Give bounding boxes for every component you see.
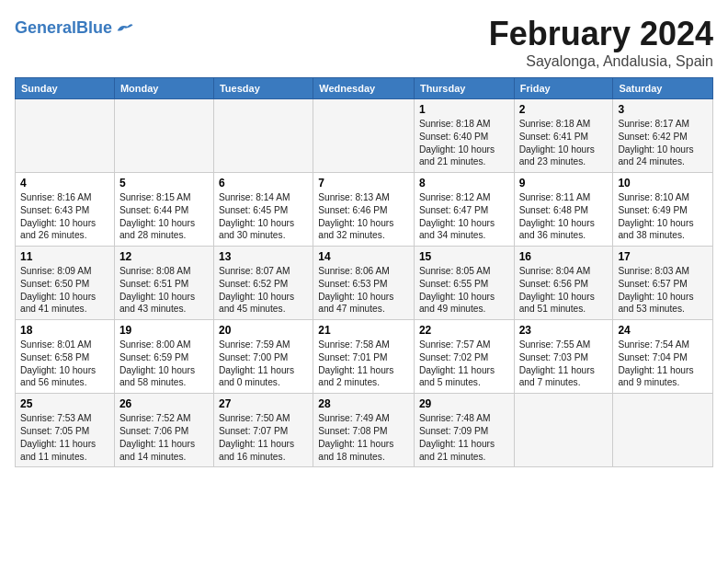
calendar-cell xyxy=(514,394,613,467)
page-header: GeneralBlue February 2024 Sayalonga, And… xyxy=(15,15,713,70)
calendar-cell xyxy=(613,394,713,467)
calendar-week-4: 18Sunrise: 8:01 AMSunset: 6:58 PMDayligh… xyxy=(16,320,713,394)
day-details: Sunrise: 8:11 AMSunset: 6:48 PMDaylight:… xyxy=(519,191,609,242)
day-details: Sunrise: 8:10 AMSunset: 6:49 PMDaylight:… xyxy=(618,191,708,242)
day-details: Sunrise: 8:03 AMSunset: 6:57 PMDaylight:… xyxy=(618,265,708,316)
calendar-cell: 21Sunrise: 7:58 AMSunset: 7:01 PMDayligh… xyxy=(313,320,415,394)
day-details: Sunrise: 8:18 AMSunset: 6:40 PMDaylight:… xyxy=(419,118,509,168)
calendar-cell: 11Sunrise: 8:09 AMSunset: 6:50 PMDayligh… xyxy=(16,247,115,320)
header-friday: Friday xyxy=(514,78,613,99)
day-details: Sunrise: 7:55 AMSunset: 7:03 PMDaylight:… xyxy=(519,339,609,389)
logo-text-general: General xyxy=(15,18,76,37)
day-number: 8 xyxy=(419,177,509,190)
calendar-cell: 19Sunrise: 8:00 AMSunset: 6:59 PMDayligh… xyxy=(114,320,213,394)
day-details: Sunrise: 8:08 AMSunset: 6:51 PMDaylight:… xyxy=(119,265,209,316)
day-number: 5 xyxy=(119,177,209,190)
day-number: 4 xyxy=(20,177,109,190)
day-details: Sunrise: 8:05 AMSunset: 6:55 PMDaylight:… xyxy=(419,265,509,316)
day-details: Sunrise: 8:14 AMSunset: 6:45 PMDaylight:… xyxy=(219,191,308,242)
calendar-cell: 24Sunrise: 7:54 AMSunset: 7:04 PMDayligh… xyxy=(613,320,713,394)
calendar-cell: 17Sunrise: 8:03 AMSunset: 6:57 PMDayligh… xyxy=(613,247,713,320)
day-details: Sunrise: 7:57 AMSunset: 7:02 PMDaylight:… xyxy=(419,339,509,389)
day-number: 1 xyxy=(419,103,509,116)
calendar-cell: 14Sunrise: 8:06 AMSunset: 6:53 PMDayligh… xyxy=(313,247,415,320)
day-details: Sunrise: 8:04 AMSunset: 6:56 PMDaylight:… xyxy=(519,265,609,316)
day-number: 3 xyxy=(618,103,708,116)
calendar-week-3: 11Sunrise: 8:09 AMSunset: 6:50 PMDayligh… xyxy=(16,247,713,320)
day-details: Sunrise: 7:59 AMSunset: 7:00 PMDaylight:… xyxy=(219,339,308,389)
calendar-cell: 2Sunrise: 8:18 AMSunset: 6:41 PMDaylight… xyxy=(514,99,613,173)
header-wednesday: Wednesday xyxy=(313,78,415,99)
calendar-cell xyxy=(16,99,115,173)
day-details: Sunrise: 8:07 AMSunset: 6:52 PMDaylight:… xyxy=(219,265,308,316)
header-thursday: Thursday xyxy=(414,78,514,99)
calendar-cell: 1Sunrise: 8:18 AMSunset: 6:40 PMDaylight… xyxy=(414,99,514,173)
day-details: Sunrise: 7:54 AMSunset: 7:04 PMDaylight:… xyxy=(618,339,708,389)
day-number: 14 xyxy=(318,250,409,263)
day-details: Sunrise: 7:49 AMSunset: 7:08 PMDaylight:… xyxy=(318,412,409,463)
day-details: Sunrise: 8:18 AMSunset: 6:41 PMDaylight:… xyxy=(519,118,609,168)
calendar-cell: 12Sunrise: 8:08 AMSunset: 6:51 PMDayligh… xyxy=(114,247,213,320)
calendar-header-row: SundayMondayTuesdayWednesdayThursdayFrid… xyxy=(16,78,713,99)
day-number: 19 xyxy=(119,324,209,337)
month-title: February 2024 xyxy=(489,15,713,53)
day-details: Sunrise: 8:15 AMSunset: 6:44 PMDaylight:… xyxy=(119,191,209,242)
calendar-cell: 20Sunrise: 7:59 AMSunset: 7:00 PMDayligh… xyxy=(213,320,313,394)
logo-text: GeneralBlue xyxy=(15,19,112,38)
day-details: Sunrise: 8:09 AMSunset: 6:50 PMDaylight:… xyxy=(20,265,109,316)
calendar-week-2: 4Sunrise: 8:16 AMSunset: 6:43 PMDaylight… xyxy=(16,173,713,247)
calendar-cell: 22Sunrise: 7:57 AMSunset: 7:02 PMDayligh… xyxy=(414,320,514,394)
day-number: 10 xyxy=(618,177,708,190)
day-number: 22 xyxy=(419,324,509,337)
header-monday: Monday xyxy=(114,78,213,99)
calendar-cell: 8Sunrise: 8:12 AMSunset: 6:47 PMDaylight… xyxy=(414,173,514,247)
calendar-cell: 3Sunrise: 8:17 AMSunset: 6:42 PMDaylight… xyxy=(613,99,713,173)
calendar-cell: 15Sunrise: 8:05 AMSunset: 6:55 PMDayligh… xyxy=(414,247,514,320)
header-tuesday: Tuesday xyxy=(213,78,313,99)
location-title: Sayalonga, Andalusia, Spain xyxy=(489,53,713,70)
day-number: 7 xyxy=(318,177,409,190)
day-number: 6 xyxy=(219,177,308,190)
day-number: 17 xyxy=(618,250,708,263)
day-number: 20 xyxy=(219,324,308,337)
logo: GeneralBlue xyxy=(15,18,134,39)
day-details: Sunrise: 7:50 AMSunset: 7:07 PMDaylight:… xyxy=(219,412,308,463)
calendar-cell xyxy=(114,99,213,173)
day-number: 21 xyxy=(318,324,409,337)
day-details: Sunrise: 8:06 AMSunset: 6:53 PMDaylight:… xyxy=(318,265,409,316)
day-details: Sunrise: 8:12 AMSunset: 6:47 PMDaylight:… xyxy=(419,191,509,242)
day-details: Sunrise: 8:17 AMSunset: 6:42 PMDaylight:… xyxy=(618,118,708,168)
day-details: Sunrise: 7:48 AMSunset: 7:09 PMDaylight:… xyxy=(419,412,509,463)
calendar-cell: 5Sunrise: 8:15 AMSunset: 6:44 PMDaylight… xyxy=(114,173,213,247)
calendar-week-1: 1Sunrise: 8:18 AMSunset: 6:40 PMDaylight… xyxy=(16,99,713,173)
calendar-cell: 6Sunrise: 8:14 AMSunset: 6:45 PMDaylight… xyxy=(213,173,313,247)
calendar-cell: 9Sunrise: 8:11 AMSunset: 6:48 PMDaylight… xyxy=(514,173,613,247)
header-sunday: Sunday xyxy=(16,78,115,99)
day-number: 12 xyxy=(119,250,209,263)
day-details: Sunrise: 7:52 AMSunset: 7:06 PMDaylight:… xyxy=(119,412,209,463)
calendar-cell: 16Sunrise: 8:04 AMSunset: 6:56 PMDayligh… xyxy=(514,247,613,320)
logo-text-blue: Blue xyxy=(76,18,112,37)
day-details: Sunrise: 8:00 AMSunset: 6:59 PMDaylight:… xyxy=(119,339,209,389)
calendar-cell: 28Sunrise: 7:49 AMSunset: 7:08 PMDayligh… xyxy=(313,394,415,467)
calendar-cell: 4Sunrise: 8:16 AMSunset: 6:43 PMDaylight… xyxy=(16,173,115,247)
day-details: Sunrise: 8:13 AMSunset: 6:46 PMDaylight:… xyxy=(318,191,409,242)
calendar-cell xyxy=(313,99,415,173)
day-number: 13 xyxy=(219,250,308,263)
calendar-cell: 23Sunrise: 7:55 AMSunset: 7:03 PMDayligh… xyxy=(514,320,613,394)
day-number: 25 xyxy=(20,397,109,410)
calendar-cell: 29Sunrise: 7:48 AMSunset: 7:09 PMDayligh… xyxy=(414,394,514,467)
day-number: 24 xyxy=(618,324,708,337)
day-number: 27 xyxy=(219,397,308,410)
calendar-cell: 13Sunrise: 8:07 AMSunset: 6:52 PMDayligh… xyxy=(213,247,313,320)
day-details: Sunrise: 8:16 AMSunset: 6:43 PMDaylight:… xyxy=(20,191,109,242)
day-number: 28 xyxy=(318,397,409,410)
day-number: 18 xyxy=(20,324,109,337)
day-number: 29 xyxy=(419,397,509,410)
calendar-cell: 26Sunrise: 7:52 AMSunset: 7:06 PMDayligh… xyxy=(114,394,213,467)
calendar-cell: 18Sunrise: 8:01 AMSunset: 6:58 PMDayligh… xyxy=(16,320,115,394)
calendar-cell: 27Sunrise: 7:50 AMSunset: 7:07 PMDayligh… xyxy=(213,394,313,467)
logo-icon xyxy=(114,18,134,39)
calendar-table: SundayMondayTuesdayWednesdayThursdayFrid… xyxy=(15,77,713,467)
calendar-week-5: 25Sunrise: 7:53 AMSunset: 7:05 PMDayligh… xyxy=(16,394,713,467)
